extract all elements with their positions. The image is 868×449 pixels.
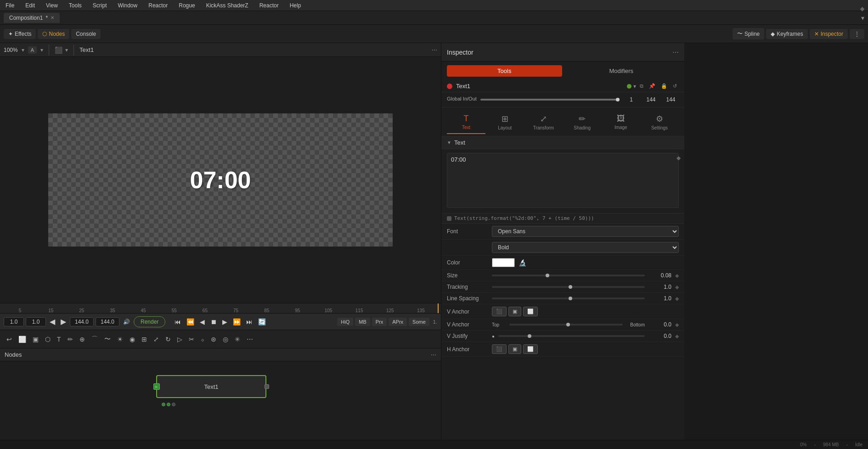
icon-tab-layout[interactable]: ⊞ Layout xyxy=(485,111,524,134)
tab-tools[interactable]: Tools xyxy=(447,65,562,77)
node-reset-button[interactable]: ↺ xyxy=(671,82,679,90)
size-slider[interactable] xyxy=(492,275,645,276)
global-start-value[interactable]: 1 xyxy=(623,96,639,103)
rewind-btn[interactable]: ⏪ xyxy=(185,317,196,326)
global-end-value[interactable]: 144 xyxy=(663,96,679,103)
menu-view[interactable]: View xyxy=(44,1,60,10)
viewer-options-btn[interactable]: ⋯ xyxy=(432,47,437,53)
node-output-connector[interactable] xyxy=(265,384,269,389)
step-back-frame-btn[interactable]: ◀ xyxy=(198,317,207,326)
v-anchor-slider[interactable] xyxy=(509,324,623,326)
h-anchor-mid-btn[interactable]: ▣ xyxy=(508,344,521,354)
timeline-ruler[interactable]: 5 15 25 35 45 55 65 75 85 95 105 115 125… xyxy=(0,303,441,313)
particle-tool[interactable]: ✳ xyxy=(232,334,243,345)
menu-reactor[interactable]: Reactor xyxy=(147,1,169,10)
v-anchor2-keyframe-diamond[interactable]: ◆ xyxy=(675,322,679,328)
aprx-btn[interactable]: APrx xyxy=(389,318,407,326)
play-btn[interactable]: ▶ xyxy=(220,317,229,326)
more-tool[interactable]: ⋯ xyxy=(244,334,256,345)
zoom-select[interactable]: 100% xyxy=(4,47,18,53)
step-back-btn[interactable]: ◀ xyxy=(48,316,57,327)
nodes-content[interactable]: ▶ Text1 xyxy=(0,361,441,440)
hiq-btn[interactable]: HiQ xyxy=(337,318,353,326)
light-tool[interactable]: ☀ xyxy=(114,334,126,345)
fast-forward-btn[interactable]: ⏩ xyxy=(231,317,242,326)
undo-tool[interactable]: ↩ xyxy=(4,334,15,345)
prx-btn[interactable]: Prx xyxy=(372,318,387,326)
tab-modifiers[interactable]: Modifiers xyxy=(564,65,679,77)
node-dropdown-icon[interactable]: ▾ xyxy=(633,83,636,90)
skip-end-btn[interactable]: ⏭ xyxy=(244,317,254,326)
line-spacing-slider[interactable] xyxy=(492,297,645,299)
h-anchor-right-btn[interactable]: ⬜ xyxy=(523,344,538,354)
mb-btn[interactable]: MB xyxy=(355,318,370,326)
node-copy-button[interactable]: ⧉ xyxy=(638,82,645,90)
icon-tab-text[interactable]: T Text xyxy=(447,111,485,134)
size-keyframe-diamond[interactable]: ◆ xyxy=(675,273,679,279)
some-btn[interactable]: Some xyxy=(409,318,429,326)
tracking-keyframe-diamond[interactable]: ◆ xyxy=(675,284,679,290)
eyedropper-button[interactable]: 🔬 xyxy=(519,259,526,266)
composition-tab[interactable]: Composition1 * ✕ xyxy=(4,13,60,23)
inspector-button[interactable]: ✕ Inspector xyxy=(810,29,848,39)
step-forward-btn[interactable]: ▶ xyxy=(59,316,68,327)
global-inout-slider[interactable] xyxy=(480,99,620,101)
text-keyframe-diamond[interactable]: ◆ xyxy=(676,155,681,161)
loop-btn[interactable]: 🔄 xyxy=(256,317,268,326)
node-input-connector[interactable]: ▶ xyxy=(153,383,160,390)
move-tool[interactable]: ⤢ xyxy=(151,334,162,345)
menu-edit[interactable]: Edit xyxy=(23,1,37,10)
render-button[interactable]: Render xyxy=(134,316,165,327)
v-justify-keyframe-diamond[interactable]: ◆ xyxy=(675,333,679,339)
console-button[interactable]: Console xyxy=(71,29,101,39)
font-style-select[interactable]: Bold Regular Italic xyxy=(492,242,679,253)
h-anchor-left-btn[interactable]: ⬛ xyxy=(492,344,507,354)
icon-tab-settings[interactable]: ⚙ Settings xyxy=(640,111,679,134)
warp-tool[interactable]: ⬦ xyxy=(198,334,207,345)
paint-tool[interactable]: ✏ xyxy=(65,334,76,345)
menu-window[interactable]: Window xyxy=(116,1,140,10)
tab-expand-icon[interactable]: ▾ xyxy=(861,14,864,22)
global-mid-value[interactable]: 144 xyxy=(643,96,659,103)
menu-file[interactable]: File xyxy=(4,1,16,10)
rect-select-tool[interactable]: ▣ xyxy=(30,334,41,345)
rotate-tool[interactable]: ↻ xyxy=(163,334,174,345)
icon-tab-shading[interactable]: ✏ Shading xyxy=(563,111,602,134)
nodes-options-btn[interactable]: ⋯ xyxy=(431,352,436,358)
menu-tools[interactable]: Tools xyxy=(67,1,84,10)
line-spacing-keyframe-diamond[interactable]: ◆ xyxy=(675,296,679,302)
select-tool[interactable]: ⬜ xyxy=(16,334,29,345)
tracking-slider[interactable] xyxy=(492,286,645,288)
track-tool[interactable]: ◎ xyxy=(220,334,231,345)
node-lock-button[interactable]: 🔒 xyxy=(659,82,669,90)
node-text1[interactable]: ▶ Text1 xyxy=(156,375,266,398)
v-anchor-top-btn[interactable]: ⬛ xyxy=(492,307,507,316)
points-tool[interactable]: ⊕ xyxy=(77,334,88,345)
nodes-button[interactable]: ⬡ Nodes xyxy=(38,29,69,39)
time-end2-input[interactable] xyxy=(96,317,119,326)
icon-tab-transform[interactable]: ⤢ Transform xyxy=(524,111,563,134)
tab-close-button[interactable]: ✕ xyxy=(51,15,54,20)
time-end-input[interactable] xyxy=(70,317,94,326)
time-current-input[interactable] xyxy=(26,317,46,326)
v-justify-slider[interactable] xyxy=(498,335,645,337)
mask-tool[interactable]: ▷ xyxy=(175,334,185,345)
menu-kickass[interactable]: KickAss ShaderZ xyxy=(204,1,250,10)
audio-btn[interactable]: 🔊 xyxy=(123,319,130,325)
bezier-tool[interactable]: 〜 xyxy=(101,333,113,345)
channel-btn[interactable]: A xyxy=(28,46,37,54)
poly-select-tool[interactable]: ⬡ xyxy=(42,334,53,345)
v-anchor-mid-btn[interactable]: ▣ xyxy=(508,307,521,316)
text-section-header[interactable]: ▼ Text xyxy=(441,136,684,149)
color-swatch[interactable] xyxy=(492,258,515,267)
inspector-menu-button[interactable]: ⋯ xyxy=(672,49,679,56)
spline-button[interactable]: 〜 Spline xyxy=(733,28,764,39)
keyframes-button[interactable]: ◆ Keyframes xyxy=(766,29,807,39)
menu-reactor2[interactable]: Reactor xyxy=(258,1,281,10)
toolbar-options-button[interactable]: ⋮ xyxy=(850,29,864,39)
node-pin-button[interactable]: 📌 xyxy=(647,82,657,90)
crop-tool[interactable]: ✂ xyxy=(186,334,197,345)
skip-start-btn[interactable]: ⏮ xyxy=(173,317,183,326)
zoom-tool[interactable]: ⊞ xyxy=(139,334,150,345)
v-anchor-bot-btn[interactable]: ⬜ xyxy=(523,307,538,316)
